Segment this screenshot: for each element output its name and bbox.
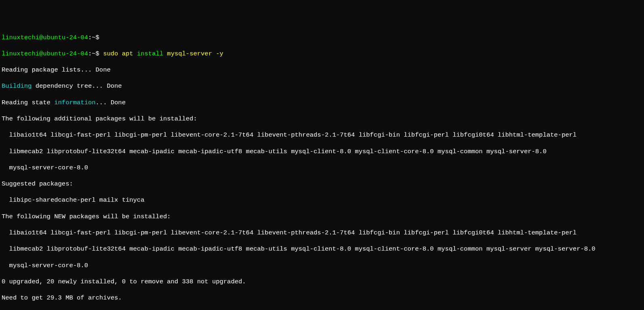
output-line: libmecab2 libprotobuf-lite32t64 mecab-ip…: [2, 148, 642, 156]
output-line: Building dependency tree... Done: [2, 82, 642, 90]
output-line: The following NEW packages will be insta…: [2, 213, 642, 221]
terminal-output[interactable]: linuxtechi@ubuntu-24-04:~$ linuxtechi@ub…: [2, 34, 642, 310]
cmd-pkg: mysql-server: [167, 50, 212, 57]
output-line: Suggested packages:: [2, 180, 642, 188]
command-line: linuxtechi@ubuntu-24-04:~$ sudo apt inst…: [2, 50, 642, 58]
output-line: The following additional packages will b…: [2, 115, 642, 123]
output-line: libaio1t64 libcgi-fast-perl libcgi-pm-pe…: [2, 229, 642, 237]
prompt-dollar: $: [96, 34, 99, 41]
output-text: dependency tree... Done: [32, 82, 122, 90]
prompt-path: :~: [88, 34, 96, 41]
output-line: libmecab2 libprotobuf-lite32t64 mecab-ip…: [2, 245, 642, 253]
output-line: Need to get 29.3 MB of archives.: [2, 294, 642, 302]
output-line: libipc-sharedcache-perl mailx tinyca: [2, 196, 642, 204]
building-word: Building: [2, 82, 32, 90]
prompt-dollar: $: [96, 50, 99, 57]
output-line: mysql-server-core-8.0: [2, 261, 642, 270]
output-line: 0 upgraded, 20 newly installed, 0 to rem…: [2, 278, 642, 286]
prompt-line-prev: linuxtechi@ubuntu-24-04:~$: [2, 34, 642, 42]
prompt-path: :~: [88, 50, 96, 57]
output-text: ... Done: [96, 99, 126, 106]
cmd-sudo: sudo: [103, 50, 118, 57]
prompt-user: linuxtechi@ubuntu-24-04: [2, 34, 88, 41]
prompt-user: linuxtechi@ubuntu-24-04: [2, 50, 88, 57]
output-text: Reading state: [2, 99, 54, 106]
cmd-install: install: [137, 50, 163, 57]
output-line: Reading state information... Done: [2, 99, 642, 107]
cmd-apt: apt: [122, 50, 133, 57]
output-line: libaio1t64 libcgi-fast-perl libcgi-pm-pe…: [2, 131, 642, 139]
cmd-flag: -y: [216, 50, 223, 57]
output-line: Reading package lists... Done: [2, 66, 642, 74]
information-word: information: [54, 99, 95, 106]
output-line: mysql-server-core-8.0: [2, 164, 642, 172]
